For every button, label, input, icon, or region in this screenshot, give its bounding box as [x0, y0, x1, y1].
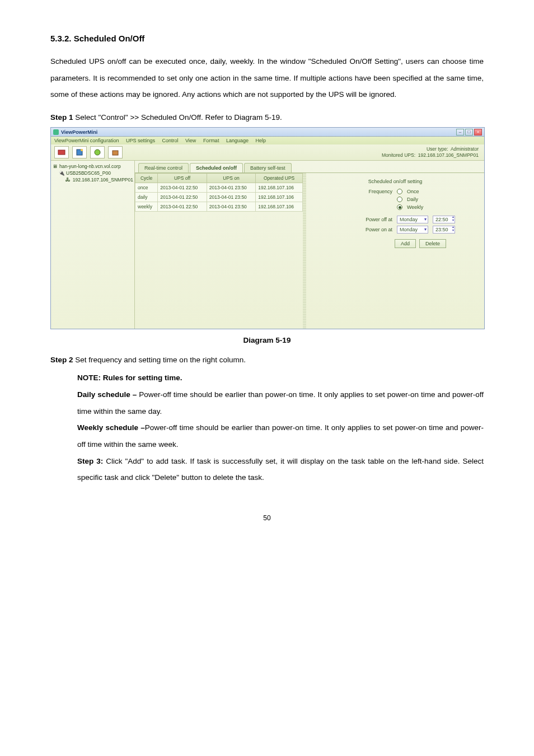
poweroff-label: Power off at: [355, 217, 392, 222]
table-row[interactable]: weekly 2013-04-01 22:50 2013-04-01 23:50…: [135, 202, 303, 212]
monitored-value: 192.168.107.106_SNMPP01: [418, 152, 479, 158]
svg-point-3: [95, 150, 100, 155]
radio-weekly-label: Weekly: [407, 204, 423, 210]
diagram-caption: Diagram 5-19: [50, 336, 484, 344]
delete-button[interactable]: Delete: [419, 239, 446, 248]
frequency-label: Frequency: [355, 189, 392, 194]
page-number: 50: [50, 514, 484, 522]
monitored-label: Monitored UPS:: [382, 152, 415, 158]
radio-once-label: Once: [407, 189, 419, 194]
step1-line: Step 1 Select "Control" >> Scheduled On/…: [50, 113, 484, 122]
schedule-table: Cycle UPS off UPS on Operated UPS once 2…: [135, 173, 303, 212]
step3-text: Click "Add" to add task. If task is succ…: [77, 457, 484, 482]
step2-label: Step 2: [50, 356, 73, 364]
weekly-schedule-note: Weekly schedule –Power-off time should b…: [77, 419, 484, 452]
tree-child-snmp[interactable]: 🖧 192.168.107.106_SNMPP01: [52, 176, 133, 183]
step2-line: Step 2 Set frequency and setting time on…: [50, 356, 484, 364]
maximize-button[interactable]: □: [465, 129, 473, 136]
table-row[interactable]: daily 2013-04-01 22:50 2013-04-01 23:50 …: [135, 193, 303, 202]
step3-label: Step 3:: [77, 457, 103, 465]
toolbar-icon-3[interactable]: [90, 146, 105, 158]
radio-weekly[interactable]: [397, 204, 402, 210]
table-row[interactable]: once 2013-04-01 22:50 2013-04-01 23:50 1…: [135, 183, 303, 193]
menu-language[interactable]: Language: [226, 138, 249, 143]
tree-child-usb[interactable]: 🔌 USB25BDSC65_P00: [52, 170, 133, 176]
add-button[interactable]: Add: [395, 239, 416, 248]
svg-rect-0: [58, 150, 65, 155]
app-window: ViewPowerMini – □ × ViewPowerMini config…: [50, 127, 485, 329]
menu-config[interactable]: ViewPowerMini configuration: [54, 138, 119, 143]
step3-note: Step 3: Click "Add" to add task. If task…: [77, 453, 484, 486]
network-icon: 🖧: [65, 177, 71, 183]
col-operated-ups[interactable]: Operated UPS: [256, 174, 303, 183]
menu-help[interactable]: Help: [255, 138, 266, 143]
col-cycle[interactable]: Cycle: [135, 174, 158, 183]
form-title: Scheduled on/off setting: [311, 179, 480, 184]
radio-daily[interactable]: [397, 197, 402, 202]
weekly-label: Weekly schedule –: [77, 423, 145, 432]
tree-child2-label: 192.168.107.106_SNMPP01: [73, 177, 133, 183]
headerbar: User type: Administrator Monitored UPS: …: [51, 144, 484, 161]
toolbar-icon-2[interactable]: [72, 146, 87, 158]
toolbar-icon-4[interactable]: [108, 146, 123, 158]
poweron-label: Power on at: [355, 227, 392, 232]
svg-point-2: [81, 149, 83, 151]
daily-schedule-note: Daily schedule – Power-off time should b…: [77, 386, 484, 419]
section-heading: 5.3.2. Scheduled On/Off: [50, 34, 484, 43]
step1-label: Step 1: [50, 113, 73, 122]
radio-once[interactable]: [397, 189, 402, 194]
daily-label: Daily schedule –: [77, 390, 137, 399]
computer-icon: 🖥: [52, 164, 58, 169]
step2-text: Set frequency and setting time on the ri…: [73, 356, 246, 364]
tree-child1-label: USB25BDSC65_P00: [66, 170, 111, 176]
menubar: ViewPowerMini configuration UPS settings…: [51, 137, 484, 144]
user-type-label: User type:: [427, 146, 448, 152]
tab-realtime[interactable]: Real-time control: [138, 163, 189, 172]
minimize-button[interactable]: –: [456, 129, 464, 136]
menu-ups-settings[interactable]: UPS settings: [126, 138, 155, 143]
col-ups-on[interactable]: UPS on: [207, 174, 256, 183]
svg-rect-4: [113, 151, 118, 155]
menu-control[interactable]: Control: [162, 138, 178, 143]
close-button[interactable]: ×: [474, 129, 482, 136]
notes-block: NOTE: Rules for setting time. Daily sche…: [77, 370, 484, 486]
tab-scheduled[interactable]: Scheduled on/off: [190, 163, 243, 172]
titlebar: ViewPowerMini – □ ×: [51, 128, 484, 137]
poweroff-time-spinner[interactable]: 22:50: [433, 216, 455, 223]
plug-icon: 🔌: [59, 170, 64, 176]
radio-daily-label: Daily: [407, 197, 418, 202]
tree-root[interactable]: 🖥 han-yun-long-nb.vcn.vol.corp: [52, 163, 133, 170]
schedule-table-pane: Cycle UPS off UPS on Operated UPS once 2…: [135, 173, 303, 329]
content-pane: Real-time control Scheduled on/off Batte…: [135, 161, 484, 329]
step1-text: Select "Control" >> Scheduled On/Off. Re…: [73, 113, 282, 122]
schedule-form: Scheduled on/off setting Frequency Once …: [306, 173, 484, 329]
poweron-day-select[interactable]: Monday: [397, 226, 428, 234]
tab-battery-selftest[interactable]: Battery self-test: [244, 163, 292, 172]
intro-paragraph: Scheduled UPS on/off can be executed onc…: [50, 53, 484, 103]
daily-text: Power-off time should be earlier than po…: [77, 390, 484, 416]
toolbar-icon-1[interactable]: [54, 146, 69, 158]
user-type-value: Administrator: [451, 146, 479, 152]
poweroff-day-select[interactable]: Monday: [397, 216, 428, 223]
app-icon: [53, 129, 59, 135]
window-title: ViewPowerMini: [61, 129, 97, 135]
poweron-time-spinner[interactable]: 23:50: [433, 226, 455, 234]
menu-format[interactable]: Format: [203, 138, 219, 143]
menu-view[interactable]: View: [185, 138, 196, 143]
tree-root-label: han-yun-long-nb.vcn.vol.corp: [59, 164, 121, 169]
note-rules-heading: NOTE: Rules for setting time.: [77, 370, 484, 386]
col-ups-off[interactable]: UPS off: [158, 174, 207, 183]
tree-pane: 🖥 han-yun-long-nb.vcn.vol.corp 🔌 USB25BD…: [51, 161, 135, 329]
